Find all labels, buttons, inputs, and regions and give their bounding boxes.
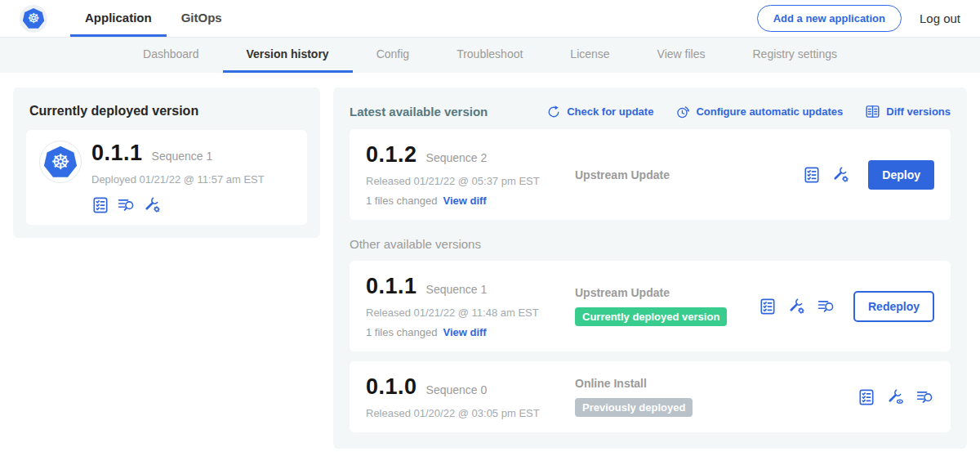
version-number: 0.1.2 — [366, 142, 417, 168]
version-card-0-1-1: 0.1.1 Sequence 1 Released 01/21/22 @ 11:… — [350, 261, 951, 351]
deployed-version-card: ☸ 0.1.1 Sequence 1 Deployed 01/21/22 @ 1… — [26, 130, 307, 225]
subnav-version-history[interactable]: Version history — [223, 38, 353, 73]
tab-gitops[interactable]: GitOps — [167, 0, 237, 37]
preflight-checklist-icon[interactable] — [803, 166, 821, 184]
kubernetes-wheel-icon: ☸ — [23, 8, 45, 29]
redeploy-button[interactable]: Redeploy — [853, 291, 934, 322]
subnav-dashboard[interactable]: Dashboard — [119, 38, 223, 73]
version-card-0-1-0: 0.1.0 Sequence 0 Released 01/20/22 @ 03:… — [350, 361, 951, 432]
schedule-icon — [675, 105, 690, 119]
preflight-checklist-icon[interactable] — [858, 388, 875, 406]
config-wrench-icon[interactable] — [831, 165, 850, 184]
add-application-button[interactable]: Add a new application — [757, 5, 902, 32]
version-number: 0.1.1 — [366, 274, 417, 299]
released-timestamp: Released 01/21/22 @ 11:48 am EST — [366, 307, 575, 319]
previously-deployed-badge: Previously deployed — [575, 398, 693, 417]
currently-deployed-panel: Currently deployed version ☸ 0.1.1 Seque… — [13, 87, 320, 238]
files-changed-label: 1 files changed — [366, 195, 437, 207]
config-wrench-icon[interactable] — [143, 195, 162, 214]
sequence-label: Sequence 2 — [426, 151, 488, 164]
logout-button[interactable]: Log out — [920, 11, 960, 25]
subnav-config[interactable]: Config — [353, 38, 433, 73]
preflight-checklist-icon[interactable] — [91, 196, 109, 214]
preflight-checklist-icon[interactable] — [759, 298, 777, 316]
config-view-eye-icon[interactable] — [886, 387, 905, 406]
deployed-timestamp: Deployed 01/21/22 @ 11:57 am EST — [91, 173, 265, 186]
deploy-logs-icon[interactable] — [117, 196, 136, 213]
refresh-icon — [546, 105, 561, 119]
check-for-update-label: Check for update — [567, 105, 653, 118]
header-tabs: Application GitOps — [70, 0, 237, 37]
currently-deployed-badge: Currently deployed version — [575, 307, 727, 326]
version-source-label: Online Install — [575, 377, 858, 390]
deploy-logs-icon[interactable] — [915, 388, 934, 405]
deployed-version-number: 0.1.1 — [91, 141, 143, 166]
deploy-button[interactable]: Deploy — [868, 160, 934, 190]
version-history-panel: Latest available version Check for updat… — [333, 87, 967, 449]
files-changed-label: 1 files changed — [366, 326, 437, 338]
version-card-0-1-2: 0.1.2 Sequence 2 Released 01/21/22 @ 05:… — [350, 129, 951, 220]
diff-versions-link[interactable]: Diff versions — [865, 104, 951, 119]
sequence-label: Sequence 1 — [426, 283, 488, 296]
version-source-label: Upstream Update — [575, 286, 759, 299]
latest-available-title: Latest available version — [350, 105, 488, 119]
tab-application[interactable]: Application — [70, 0, 167, 37]
released-timestamp: Released 01/20/22 @ 03:05 pm EST — [366, 407, 575, 419]
version-source-label: Upstream Update — [575, 168, 803, 181]
sequence-label: Sequence 0 — [426, 383, 488, 396]
diff-icon — [865, 104, 880, 119]
app-subnav: Dashboard Version history Config Trouble… — [0, 38, 980, 73]
configure-automatic-updates-label: Configure automatic updates — [696, 105, 843, 118]
deployed-sequence-label: Sequence 1 — [152, 150, 213, 163]
check-for-update-link[interactable]: Check for update — [546, 105, 653, 119]
config-wrench-icon[interactable] — [787, 297, 806, 316]
configure-automatic-updates-link[interactable]: Configure automatic updates — [675, 105, 843, 119]
app-logo: ☸ — [39, 141, 82, 183]
released-timestamp: Released 01/21/22 @ 05:37 pm EST — [366, 175, 575, 187]
diff-versions-label: Diff versions — [886, 105, 951, 118]
header-right: Add a new application Log out — [757, 0, 960, 37]
subnav-license[interactable]: License — [546, 38, 633, 73]
version-number: 0.1.0 — [366, 374, 417, 400]
other-versions-title: Other available versions — [350, 237, 951, 251]
main-content: Currently deployed version ☸ 0.1.1 Seque… — [0, 73, 980, 449]
subnav-troubleshoot[interactable]: Troubleshoot — [433, 38, 546, 73]
deployed-panel-title: Currently deployed version — [29, 104, 304, 119]
view-diff-link[interactable]: View diff — [443, 326, 486, 338]
kubernetes-wheel-icon: ☸ — [44, 145, 78, 178]
deploy-logs-icon[interactable] — [817, 298, 835, 315]
subnav-registry-settings[interactable]: Registry settings — [729, 38, 861, 73]
view-diff-link[interactable]: View diff — [443, 195, 486, 207]
subnav-view-files[interactable]: View files — [634, 38, 729, 73]
app-header: ☸ Application GitOps Add a new applicati… — [0, 0, 980, 38]
kubernetes-logo: ☸ — [20, 5, 47, 33]
